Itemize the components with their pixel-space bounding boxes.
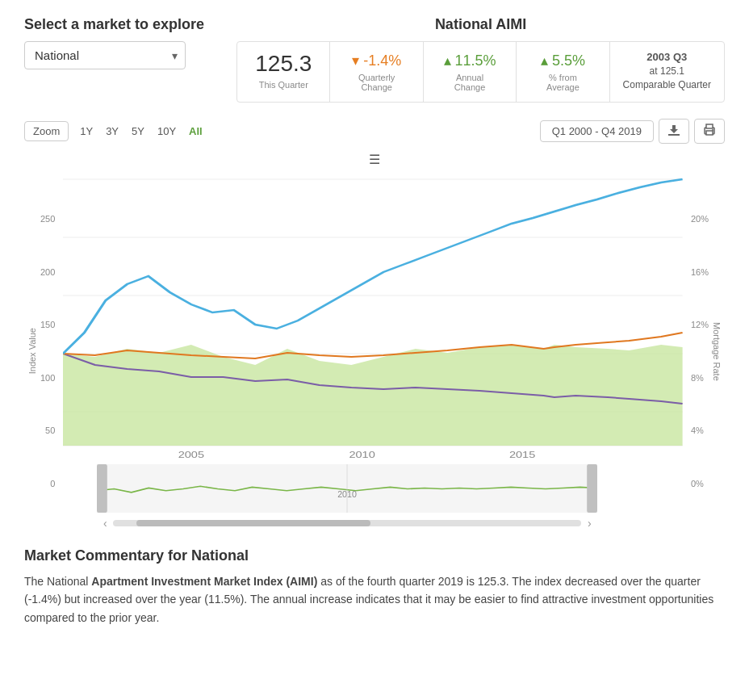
annual-change-value: ▴ 11.5%: [440, 52, 500, 69]
scroll-left-icon[interactable]: ‹: [97, 517, 113, 530]
mini-chart-wrapper: 2010 ‹ ›: [63, 464, 683, 531]
y-right-label-16: 16%: [691, 267, 709, 277]
svg-point-4: [712, 129, 713, 131]
metric-quarterly-change: ▾ -1.4% Quarterly Change: [330, 42, 423, 102]
download-icon: [667, 124, 680, 136]
commentary-part-1: The National: [24, 575, 91, 588]
scrollbar-track[interactable]: [113, 520, 581, 526]
zoom-10y-button[interactable]: 10Y: [154, 124, 179, 139]
quarterly-change-label: Quarterly Change: [346, 73, 406, 92]
noi-area: [63, 345, 683, 446]
metric-from-average: ▴ 5.5% % from Average: [517, 42, 609, 102]
y-label-150: 150: [40, 320, 55, 329]
select-label: Select a market to explore: [24, 16, 204, 33]
date-range-button[interactable]: Q1 2000 - Q4 2019: [540, 120, 654, 142]
print-button[interactable]: [694, 119, 725, 144]
x-label-2010: 2010: [349, 450, 375, 460]
metric-this-quarter: 125.3 This Quarter: [237, 42, 330, 102]
annual-change-arrow-icon: ▴: [444, 52, 451, 69]
quarterly-change-number: -1.4%: [363, 52, 401, 69]
metric-comparable-quarter: 2003 Q3 at 125.1 Comparable Quarter: [610, 42, 724, 102]
y-right-label-0: 0%: [691, 479, 709, 488]
mini-chart-svg: 2010: [97, 464, 597, 513]
download-button[interactable]: [659, 119, 689, 144]
from-average-arrow-icon: ▴: [541, 52, 548, 69]
zoom-5y-button[interactable]: 5Y: [128, 124, 148, 139]
y-label-250: 250: [40, 214, 55, 224]
scroll-right-icon[interactable]: ›: [581, 517, 597, 530]
scrollbar-thumb[interactable]: [136, 520, 370, 526]
commentary-text: The National Apartment Investment Market…: [24, 572, 725, 627]
from-average-label: % from Average: [533, 73, 592, 92]
x-label-2005: 2005: [178, 450, 204, 460]
y-label-0: 0: [40, 479, 55, 488]
aimi-line: [63, 179, 683, 354]
from-average-number: 5.5%: [552, 52, 585, 69]
metric-annual-change: ▴ 11.5% Annual Change: [424, 42, 517, 102]
from-average-value: ▴ 5.5%: [533, 52, 592, 69]
this-quarter-value: 125.3: [253, 52, 313, 77]
comparable-quarter-label: Comparable Quarter: [623, 78, 711, 92]
x-label-2015: 2015: [509, 450, 535, 460]
svg-rect-0: [668, 134, 680, 136]
mini-handle-left[interactable]: [97, 464, 107, 513]
y-right-label-20: 20%: [691, 214, 709, 224]
print-icon: [703, 124, 716, 136]
svg-rect-2: [706, 124, 713, 128]
main-chart-svg: 2005 2010 2015: [63, 171, 683, 462]
annual-change-label: Annual Change: [440, 73, 500, 92]
quarterly-change-arrow-icon: ▾: [352, 52, 359, 69]
annual-change-number: 11.5%: [455, 52, 496, 69]
quarterly-change-value: ▾ -1.4%: [346, 52, 406, 69]
chart-container: Index Value 250 200 150 100 50 0: [24, 171, 725, 531]
y-label-50: 50: [40, 425, 55, 435]
hamburger-menu-icon[interactable]: ☰: [24, 152, 725, 167]
metrics-row: 125.3 This Quarter ▾ -1.4% Quarterly Cha…: [236, 41, 725, 103]
y-right-label-4: 4%: [691, 425, 709, 435]
y-axis-right-label: Mortgage Rate: [709, 322, 725, 381]
comparable-quarter-at: at 125.1: [623, 65, 711, 78]
mini-handle-right[interactable]: [588, 464, 598, 513]
y-axis-left-label: Index Value: [24, 328, 40, 374]
scrollbar-container[interactable]: ‹ ›: [97, 515, 597, 531]
y-right-label-12: 12%: [691, 320, 709, 329]
zoom-1y-button[interactable]: 1Y: [77, 124, 96, 139]
aimi-title: National AIMI: [236, 16, 725, 33]
zoom-3y-button[interactable]: 3Y: [103, 124, 122, 139]
zoom-all-button[interactable]: All: [186, 124, 206, 139]
zoom-label: Zoom: [24, 121, 69, 141]
commentary-title: Market Commentary for National: [24, 547, 725, 564]
market-select[interactable]: National New York Los Angeles Chicago: [24, 41, 186, 69]
market-select-wrapper[interactable]: National New York Los Angeles Chicago ▾: [24, 41, 186, 69]
y-right-label-8: 8%: [691, 373, 709, 383]
this-quarter-label: This Quarter: [253, 80, 313, 90]
chart-svg-wrapper: 2005 2010 2015 2010: [63, 171, 683, 531]
comparable-quarter-date: 2003 Q3: [623, 50, 711, 65]
y-label-100: 100: [40, 373, 55, 383]
commentary-bold: Apartment Investment Market Index (AIMI): [91, 575, 317, 588]
zoom-row: Zoom 1Y 3Y 5Y 10Y All Q1 2000 - Q4 2019: [24, 119, 725, 144]
y-label-200: 200: [40, 267, 55, 277]
svg-rect-3: [706, 131, 713, 135]
